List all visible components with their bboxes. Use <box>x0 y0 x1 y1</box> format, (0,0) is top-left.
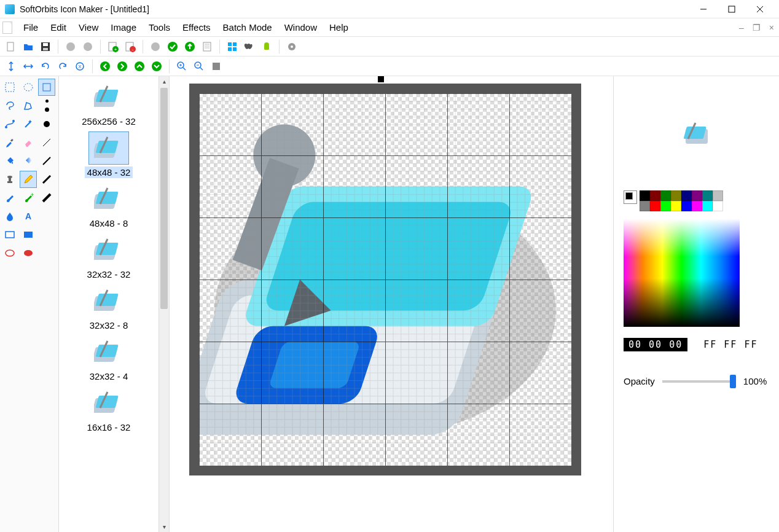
ellipse-tool[interactable] <box>1 244 18 262</box>
scroll-up-icon[interactable]: ▴ <box>159 76 169 87</box>
rect-select-tool[interactable] <box>1 79 18 96</box>
mdi-restore-button[interactable]: ❐ <box>750 22 763 34</box>
heal-tool[interactable]: + <box>20 189 37 206</box>
menu-bar: File Edit View Image Tools Effects Batch… <box>0 18 779 37</box>
open-button[interactable] <box>21 39 36 54</box>
size-item-48-32[interactable]: 48x48 - 32 <box>61 132 156 178</box>
menu-tools[interactable]: Tools <box>143 20 176 35</box>
close-button[interactable] <box>746 0 774 18</box>
flip-horizontal-button[interactable] <box>21 59 36 74</box>
polygon-select-tool[interactable] <box>20 97 37 114</box>
mdi-close-button[interactable]: × <box>767 22 777 34</box>
color-swatch[interactable] <box>713 190 723 201</box>
windows-export-button[interactable] <box>225 39 240 54</box>
color-picker[interactable] <box>624 219 740 327</box>
curve-tool[interactable] <box>1 115 18 133</box>
mdi-minimize-button[interactable]: – <box>737 22 746 34</box>
undo-button[interactable] <box>63 39 78 54</box>
android-export-button[interactable] <box>259 39 274 54</box>
rotate-ccw-button[interactable] <box>55 59 70 74</box>
nav-down-button[interactable] <box>149 59 164 74</box>
color-swatch[interactable] <box>650 190 660 201</box>
maximize-button[interactable] <box>718 0 746 18</box>
redo-button[interactable] <box>80 39 95 54</box>
settings-button[interactable] <box>284 39 299 54</box>
gradient-tool[interactable] <box>20 152 37 170</box>
size-item-16-32[interactable]: 16x16 - 32 <box>61 387 156 433</box>
filled-rect-tool[interactable] <box>20 226 37 243</box>
fill-tool[interactable] <box>1 152 18 170</box>
zoom-fit-button[interactable] <box>209 59 224 74</box>
canvas-frame <box>189 84 581 475</box>
menu-batch-mode[interactable]: Batch Mode <box>217 20 278 35</box>
size-item-32-32[interactable]: 32x32 - 32 <box>61 234 156 280</box>
color-swatch[interactable] <box>692 201 702 211</box>
new-button[interactable] <box>4 39 18 54</box>
color-swatch[interactable] <box>671 190 681 201</box>
menu-file[interactable]: File <box>17 20 44 35</box>
eyedropper-tool[interactable] <box>1 134 18 151</box>
canvas[interactable] <box>199 93 571 466</box>
zoom-out-button[interactable] <box>192 59 206 74</box>
export-up-button[interactable] <box>182 39 197 54</box>
color-swatch[interactable] <box>702 201 713 211</box>
rotate-cw-button[interactable] <box>38 59 53 74</box>
nav-right-button[interactable] <box>115 59 130 74</box>
color-swatch[interactable] <box>681 201 692 211</box>
pencil-tool[interactable] <box>20 171 37 188</box>
color-swatch[interactable] <box>713 201 723 211</box>
menu-edit[interactable]: Edit <box>44 20 72 35</box>
add-size-button[interactable]: + <box>106 39 120 54</box>
text-tool[interactable]: A <box>20 208 37 225</box>
lasso-tool[interactable] <box>1 97 18 114</box>
menu-image[interactable]: Image <box>104 20 143 35</box>
menu-help[interactable]: Help <box>323 20 354 35</box>
size-item-32-8[interactable]: 32x32 - 8 <box>61 285 156 331</box>
opacity-slider[interactable] <box>662 380 736 383</box>
color-swatch[interactable] <box>640 201 650 211</box>
eraser-tool[interactable] <box>20 134 37 151</box>
color-swatch[interactable] <box>660 190 671 201</box>
blur-tool[interactable] <box>1 208 18 225</box>
minimize-button[interactable] <box>689 0 718 18</box>
color-swatch[interactable] <box>660 201 671 211</box>
menu-window[interactable]: Window <box>278 20 323 35</box>
remove-size-button[interactable]: - <box>123 39 138 54</box>
svg-rect-48 <box>43 84 50 91</box>
nav-left-button[interactable] <box>98 59 112 74</box>
save-button[interactable] <box>38 39 53 54</box>
scroll-down-icon[interactable]: ▾ <box>159 522 169 532</box>
sizes-scrollbar[interactable]: ▴ ▾ <box>159 76 169 532</box>
color-swatch[interactable] <box>702 190 713 201</box>
rotate-x-button[interactable]: X <box>72 59 87 74</box>
menu-effects[interactable]: Effects <box>176 20 217 35</box>
zoom-in-button[interactable] <box>174 59 189 74</box>
magic-wand-tool[interactable] <box>20 115 37 133</box>
menu-view[interactable]: View <box>72 20 104 35</box>
color-swatch[interactable] <box>671 201 681 211</box>
filled-ellipse-tool[interactable] <box>20 244 37 262</box>
region-select-tool[interactable] <box>38 79 55 96</box>
size-item-48-8[interactable]: 48x48 - 8 <box>61 183 156 229</box>
apply-button[interactable] <box>165 39 180 54</box>
canvas-top-handle[interactable] <box>378 76 384 82</box>
rectangle-tool[interactable] <box>1 226 18 243</box>
color-swatch[interactable] <box>681 190 692 201</box>
apple-export-button[interactable] <box>242 39 257 54</box>
color-swatch[interactable] <box>640 190 650 201</box>
page-button[interactable] <box>200 39 214 54</box>
icon-preview <box>677 114 716 154</box>
stamp-tool[interactable] <box>1 171 18 188</box>
size-item-256[interactable]: 256x256 - 32 <box>61 81 156 127</box>
color-swatch[interactable] <box>692 190 702 201</box>
scrollbar-thumb[interactable] <box>160 88 168 309</box>
color-swatch[interactable] <box>650 201 660 211</box>
ellipse-select-tool[interactable] <box>20 79 37 96</box>
fg-bg-color-selector[interactable] <box>624 190 637 204</box>
brush-tool[interactable] <box>1 189 18 206</box>
size-item-32-4[interactable]: 32x32 - 4 <box>61 336 156 382</box>
flip-vertical-button[interactable] <box>4 59 18 74</box>
svg-rect-55 <box>7 181 12 183</box>
disabled-button <box>148 39 163 54</box>
nav-up-button[interactable] <box>132 59 147 74</box>
